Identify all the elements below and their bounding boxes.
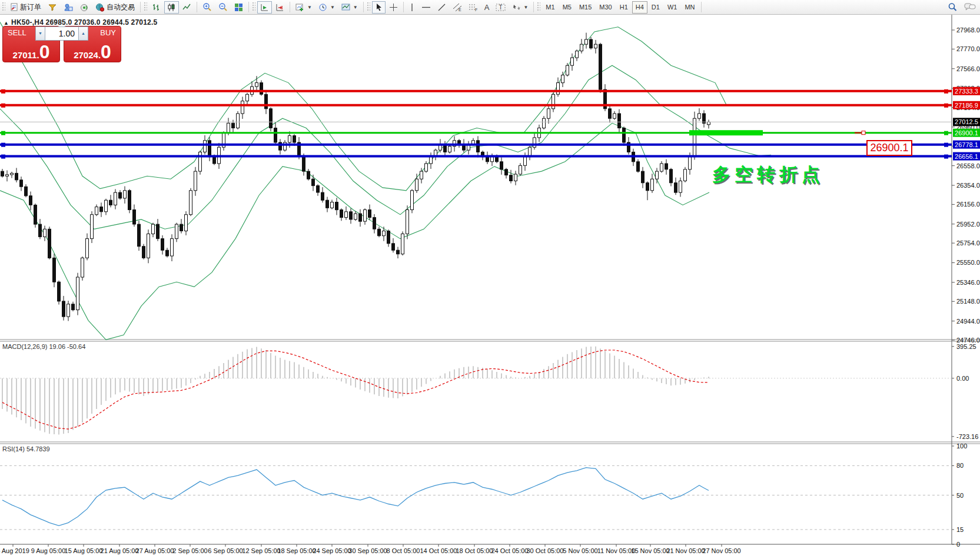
candle xyxy=(707,122,710,124)
candle xyxy=(543,118,546,128)
current-price: 27012.5 xyxy=(0,118,980,126)
candle xyxy=(171,239,174,256)
candle xyxy=(326,200,329,208)
rsi-line xyxy=(2,468,709,526)
horizontal-line-icon xyxy=(421,3,431,12)
line-chart-button[interactable] xyxy=(180,1,194,14)
timeframe-m15-button[interactable]: M15 xyxy=(576,1,595,14)
candle xyxy=(152,224,155,234)
candle xyxy=(679,181,682,193)
cursor-tool-button[interactable] xyxy=(372,1,386,14)
volume-decrease-button[interactable]: ▼ xyxy=(35,26,45,41)
candle xyxy=(246,94,249,101)
signals-button[interactable] xyxy=(77,1,92,14)
search-button[interactable] xyxy=(945,1,961,14)
candle xyxy=(637,162,640,171)
candle xyxy=(77,277,79,310)
periods-button[interactable]: ▼ xyxy=(315,1,338,14)
candle xyxy=(142,247,145,258)
timeframe-d1-button[interactable]: D1 xyxy=(648,1,663,14)
candle xyxy=(449,147,451,152)
candle xyxy=(25,187,28,196)
line-handle xyxy=(1,104,5,108)
candle xyxy=(557,83,560,95)
toolbar-separator xyxy=(197,2,197,12)
candle xyxy=(44,229,46,237)
chat-button[interactable] xyxy=(961,1,979,14)
time-label: 5 Aug 2019 xyxy=(0,547,29,554)
time-label: 27 Nov 05:00 xyxy=(702,547,740,554)
toolbar-grip[interactable] xyxy=(2,2,5,12)
vertical-line-tool-button[interactable] xyxy=(406,1,418,14)
auto-trading-button[interactable]: 自动交易 xyxy=(92,1,138,14)
line-handle xyxy=(1,143,5,147)
turning-point-annotation[interactable]: 多空转折点 xyxy=(712,162,824,187)
candle xyxy=(387,231,390,244)
trendline-tool-button[interactable] xyxy=(434,1,449,14)
tile-windows-button[interactable] xyxy=(231,1,246,14)
text-tool-button[interactable]: A xyxy=(481,1,493,14)
collapse-arrow-icon[interactable]: ▲ xyxy=(4,20,9,26)
timeframe-m30-button[interactable]: M30 xyxy=(596,1,615,14)
ohlc-bars-icon xyxy=(152,3,161,12)
time-label: 8 Oct 05:00 xyxy=(387,547,420,554)
timeframe-h4-button[interactable]: H4 xyxy=(632,1,647,14)
svg-text:27968.0: 27968.0 xyxy=(956,26,980,34)
timeframe-h1-button[interactable]: H1 xyxy=(616,1,632,14)
timeframe-w1-button[interactable]: W1 xyxy=(664,1,681,14)
chart-area[interactable]: 27968.027770.027566.027362.027164.026960… xyxy=(0,15,980,559)
volume-increase-button[interactable]: ▲ xyxy=(78,26,88,41)
price-level-tag[interactable]: 26900.1 xyxy=(866,140,912,156)
candle xyxy=(72,304,75,310)
text-label-tool-button[interactable]: T xyxy=(493,1,509,14)
market-watch-button[interactable] xyxy=(45,1,60,14)
chart-title: ▲HK50-,H4 26985.0 27036.0 26944.5 27012.… xyxy=(4,18,157,26)
candle xyxy=(312,179,315,185)
crosshair-tool-button[interactable] xyxy=(386,1,401,14)
new-chart-button[interactable]: ▼ xyxy=(293,1,315,14)
bar-chart-button[interactable] xyxy=(149,1,164,14)
candle xyxy=(293,136,296,142)
timeframe-mn-button[interactable]: MN xyxy=(681,1,698,14)
candle xyxy=(237,114,240,128)
channel-tool-button[interactable]: E xyxy=(450,1,465,14)
chart-canvas: 27968.027770.027566.027362.027164.026960… xyxy=(0,15,980,559)
toolbar-grip[interactable] xyxy=(144,2,147,12)
chart-shift-button[interactable] xyxy=(273,1,287,14)
candle xyxy=(580,44,583,51)
time-axis: 5 Aug 20199 Aug 05:0015 Aug 05:0021 Aug … xyxy=(0,544,741,554)
chart-close: 27012.5 xyxy=(131,18,158,26)
timeframe-m5-button[interactable]: M5 xyxy=(559,1,575,14)
timeframe-m1-button[interactable]: M1 xyxy=(542,1,558,14)
candle xyxy=(241,101,244,114)
svg-text:27333.3: 27333.3 xyxy=(955,88,978,95)
new-order-button[interactable]: 新订单 xyxy=(7,1,44,14)
candle xyxy=(698,114,701,118)
auto-scroll-button[interactable] xyxy=(257,1,272,14)
candle xyxy=(406,210,409,234)
toolbar-grip[interactable] xyxy=(537,2,540,12)
horizontal-line-tool-button[interactable] xyxy=(418,1,434,14)
candle xyxy=(416,179,418,191)
candle xyxy=(585,39,588,44)
toolbar-grip[interactable] xyxy=(253,2,255,12)
arrows-tool-button[interactable]: ▼ xyxy=(509,1,531,14)
toolbar-grip[interactable] xyxy=(367,2,370,12)
templates-button[interactable]: ▼ xyxy=(338,1,361,14)
data-window-button[interactable] xyxy=(61,1,76,14)
candle xyxy=(491,157,494,162)
search-icon xyxy=(948,2,958,12)
candle xyxy=(67,304,70,317)
candlestick-chart-button[interactable] xyxy=(164,1,179,14)
zoom-in-button[interactable] xyxy=(200,1,215,14)
candle xyxy=(288,136,291,142)
volume-input[interactable] xyxy=(45,26,78,41)
toolbar-separator xyxy=(533,2,534,12)
candle xyxy=(161,239,164,251)
pane-frames xyxy=(0,15,980,544)
candle xyxy=(11,173,14,175)
candle xyxy=(307,171,310,179)
candle xyxy=(166,250,169,256)
fibonacci-tool-button[interactable]: F xyxy=(466,1,481,14)
zoom-out-button[interactable] xyxy=(215,1,231,14)
